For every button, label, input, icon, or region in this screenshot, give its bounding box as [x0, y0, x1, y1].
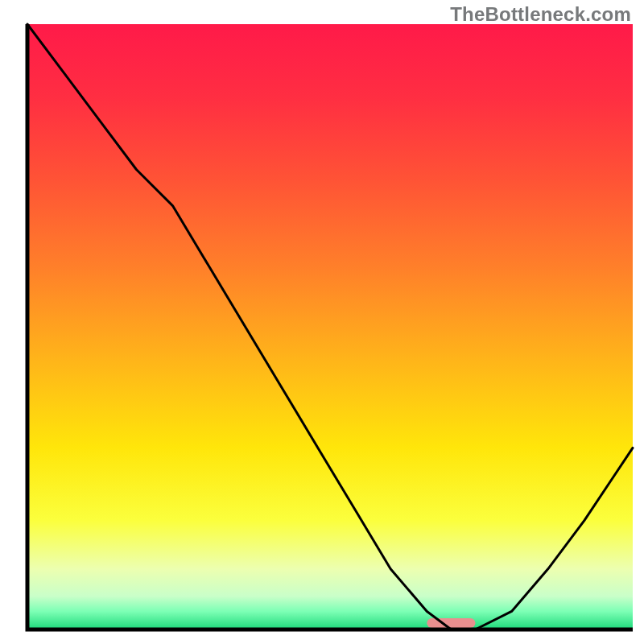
plot-background	[27, 24, 633, 630]
chart-svg	[0, 0, 644, 644]
chart-container: TheBottleneck.com	[0, 0, 644, 644]
highlight-segment	[427, 618, 475, 628]
